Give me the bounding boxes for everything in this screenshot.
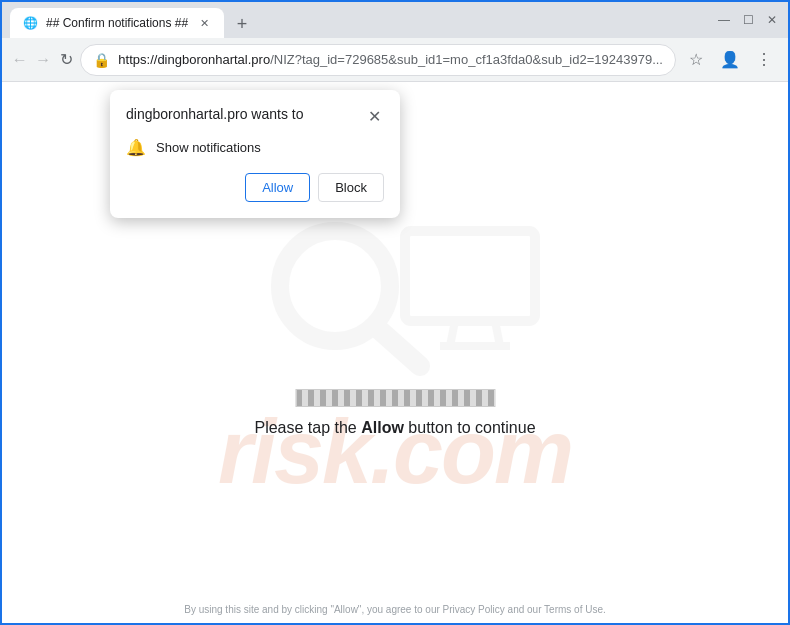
- svg-line-1: [375, 326, 420, 366]
- favorite-button[interactable]: ☆: [680, 44, 712, 76]
- dialog-notification-row: 🔔 Show notifications: [126, 138, 384, 157]
- notification-dialog: dingboronhartal.pro wants to ✕ 🔔 Show no…: [110, 90, 400, 218]
- tab-bar: 🌐 ## Confirm notifications ## ✕ +: [10, 2, 712, 38]
- svg-line-4: [495, 321, 500, 346]
- profile-button[interactable]: 👤: [714, 44, 746, 76]
- loading-bar: [295, 389, 495, 407]
- address-domain: https://dingboronhartal.pro: [118, 52, 270, 67]
- nav-bar: ← → ↻ 🔒 https://dingboronhartal.pro/NIZ?…: [2, 38, 788, 82]
- show-notifications-label: Show notifications: [156, 140, 261, 155]
- loading-text: Please tap the Allow button to continue: [254, 419, 535, 437]
- tab-close-button[interactable]: ✕: [196, 15, 212, 31]
- lock-icon: 🔒: [93, 52, 110, 68]
- reload-button[interactable]: ↻: [57, 44, 76, 76]
- new-tab-button[interactable]: +: [228, 10, 256, 38]
- address-path: /NIZ?tag_id=729685&sub_id1=mo_cf1a3fda0&…: [270, 52, 663, 67]
- dialog-actions: Allow Block: [126, 173, 384, 202]
- close-button[interactable]: ✕: [764, 12, 780, 28]
- allow-button[interactable]: Allow: [245, 173, 310, 202]
- svg-point-0: [280, 231, 390, 341]
- tab-favicon: 🌐: [22, 15, 38, 31]
- minimize-button[interactable]: —: [716, 12, 732, 28]
- maximize-button[interactable]: ☐: [740, 12, 756, 28]
- address-text: https://dingboronhartal.pro/NIZ?tag_id=7…: [118, 52, 663, 67]
- bell-icon: 🔔: [126, 138, 146, 157]
- active-tab[interactable]: 🌐 ## Confirm notifications ## ✕: [10, 8, 224, 38]
- title-bar: 🌐 ## Confirm notifications ## ✕ + — ☐ ✕: [2, 2, 788, 38]
- window-controls: — ☐ ✕: [716, 12, 780, 28]
- dialog-header: dingboronhartal.pro wants to ✕: [126, 106, 384, 126]
- address-bar[interactable]: 🔒 https://dingboronhartal.pro/NIZ?tag_id…: [80, 44, 676, 76]
- page-footer: By using this site and by clicking "Allo…: [2, 604, 788, 615]
- block-button[interactable]: Block: [318, 173, 384, 202]
- browser-window: 🌐 ## Confirm notifications ## ✕ + — ☐ ✕ …: [0, 0, 790, 625]
- dialog-title: dingboronhartal.pro wants to: [126, 106, 303, 122]
- forward-button[interactable]: →: [33, 44, 52, 76]
- menu-button[interactable]: ⋮: [748, 44, 780, 76]
- svg-rect-2: [405, 231, 535, 321]
- watermark-top: [235, 201, 555, 381]
- tab-title: ## Confirm notifications ##: [46, 16, 188, 30]
- back-button[interactable]: ←: [10, 44, 29, 76]
- svg-line-3: [450, 321, 455, 346]
- page-content: risk.com Please tap the Allow button to …: [2, 82, 788, 623]
- nav-actions: ☆ 👤 ⋮: [680, 44, 780, 76]
- dialog-close-button[interactable]: ✕: [364, 106, 384, 126]
- loading-section: Please tap the Allow button to continue: [254, 389, 535, 437]
